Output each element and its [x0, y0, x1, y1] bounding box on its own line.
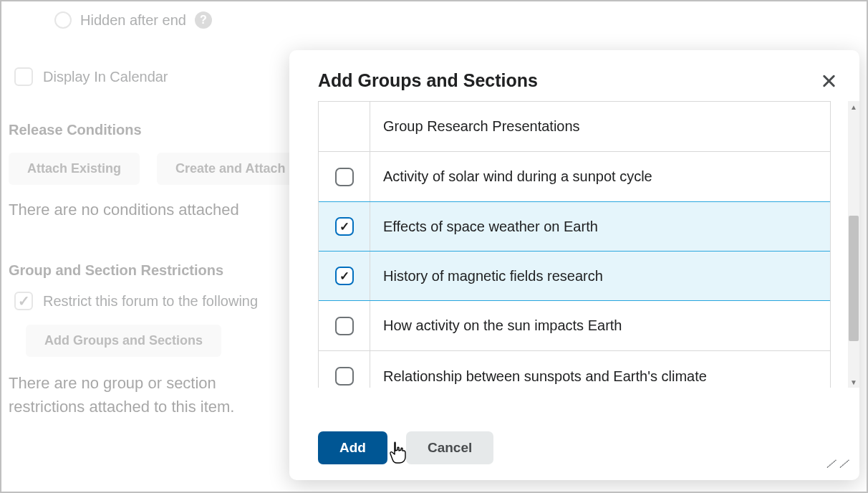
table-header-row: Group Research Presentations — [319, 102, 830, 152]
row-check-cell — [319, 152, 370, 201]
row-check-cell — [319, 202, 370, 251]
row-label: How activity on the sun impacts Earth — [370, 317, 830, 334]
row-label: Activity of solar wind during a sunpot c… — [370, 168, 830, 185]
close-icon[interactable] — [821, 73, 836, 89]
add-groups-modal: Add Groups and Sections Group Research P… — [289, 50, 859, 480]
row-label: History of magnetic fields research — [370, 268, 830, 284]
cancel-button[interactable]: Cancel — [406, 431, 493, 464]
table-row[interactable]: Relationship between sunspots and Earth'… — [319, 351, 830, 388]
scroll-up-icon[interactable]: ▲ — [848, 101, 859, 113]
table-row[interactable]: How activity on the sun impacts Earth — [319, 301, 830, 351]
resize-handle-icon[interactable]: ⟋⟋ — [822, 454, 852, 473]
modal-footer: Add Cancel ⟋⟋ — [289, 420, 859, 480]
table-row[interactable]: Activity of solar wind during a sunpot c… — [319, 152, 830, 202]
row-label: Effects of space weather on Earth — [370, 219, 830, 235]
row-label: Relationship between sunspots and Earth'… — [370, 368, 830, 385]
row-check-cell — [319, 252, 370, 300]
row-checkbox[interactable] — [335, 267, 354, 285]
modal-body: Group Research Presentations Activity of… — [289, 101, 859, 420]
row-checkbox[interactable] — [335, 217, 354, 236]
header-label: Group Research Presentations — [370, 118, 830, 135]
modal-header: Add Groups and Sections — [289, 50, 859, 101]
groups-table: Group Research Presentations Activity of… — [318, 101, 831, 388]
scroll-down-icon[interactable]: ▼ — [848, 376, 859, 388]
scrollbar-track[interactable]: ▲ ▼ — [848, 101, 859, 388]
table-row[interactable]: History of magnetic fields research — [319, 251, 830, 301]
row-check-cell — [319, 301, 370, 350]
add-button[interactable]: Add — [318, 431, 387, 464]
row-checkbox[interactable] — [335, 317, 354, 335]
modal-title: Add Groups and Sections — [318, 70, 538, 91]
row-checkbox[interactable] — [335, 367, 354, 386]
scrollbar-thumb[interactable] — [849, 216, 859, 341]
row-check-cell — [319, 351, 370, 388]
table-row[interactable]: Effects of space weather on Earth — [319, 201, 830, 252]
header-check-cell — [319, 102, 370, 151]
row-checkbox[interactable] — [335, 168, 354, 186]
